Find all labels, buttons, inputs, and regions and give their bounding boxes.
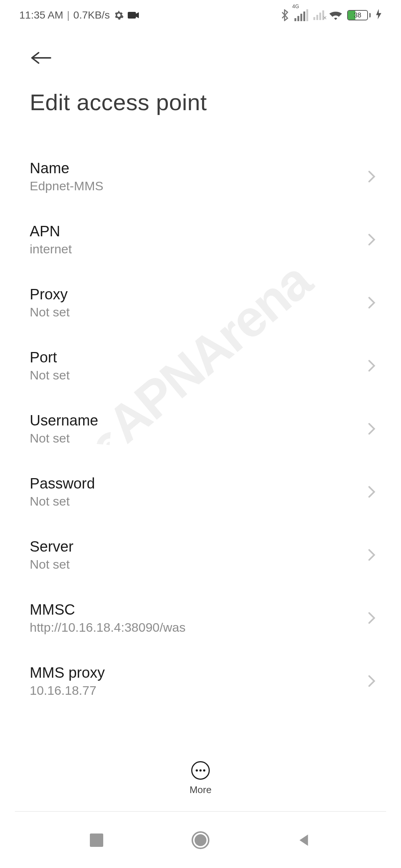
- chevron-right-icon: [368, 486, 379, 497]
- setting-value: Edpnet-MMS: [30, 179, 103, 193]
- setting-value: Not set: [30, 431, 98, 445]
- setting-row-proxy[interactable]: Proxy Not set: [0, 271, 401, 334]
- chevron-right-icon: [368, 360, 379, 371]
- status-data-rate: 0.7KB/s: [74, 9, 110, 21]
- chevron-right-icon: [368, 612, 379, 624]
- setting-row-mmsc[interactable]: MMSC http://10.16.18.4:38090/was: [0, 586, 401, 650]
- page-title: Edit access point: [0, 69, 401, 126]
- setting-value: 10.16.18.77: [30, 683, 105, 698]
- setting-value: http://10.16.18.4:38090/was: [30, 620, 186, 635]
- more-icon: [191, 761, 210, 780]
- wifi-icon: [329, 10, 342, 20]
- nav-home-button[interactable]: [191, 831, 210, 849]
- setting-value: Not set: [30, 494, 95, 509]
- setting-row-username[interactable]: Username Not set: [0, 397, 401, 460]
- setting-row-password[interactable]: Password Not set: [0, 460, 401, 523]
- settings-list: Name Edpnet-MMS APN internet Proxy Not s…: [0, 126, 401, 713]
- setting-label: MMSC: [30, 601, 186, 618]
- status-time: 11:35 AM: [19, 9, 63, 21]
- setting-label: APN: [30, 223, 72, 240]
- back-button[interactable]: [30, 47, 52, 69]
- setting-label: Name: [30, 160, 103, 177]
- chevron-right-icon: [368, 675, 379, 687]
- status-bar: 11:35 AM | 0.7KB/s 4G ✕: [0, 0, 401, 26]
- setting-value: Not set: [30, 368, 70, 382]
- chevron-right-icon: [368, 171, 379, 182]
- signal-secondary-icon: ✕: [313, 10, 324, 20]
- chevron-right-icon: [368, 549, 379, 560]
- setting-label: Server: [30, 538, 74, 555]
- nav-back-button[interactable]: [295, 831, 314, 849]
- setting-row-apn[interactable]: APN internet: [0, 208, 401, 271]
- svg-rect-0: [128, 12, 136, 19]
- setting-value: Not set: [30, 557, 74, 572]
- setting-label: MMS proxy: [30, 664, 105, 681]
- chevron-right-icon: [368, 297, 379, 308]
- signal-4g-icon: 4G: [294, 9, 308, 21]
- more-label: More: [189, 784, 211, 796]
- setting-value: internet: [30, 242, 72, 256]
- chevron-right-icon: [368, 234, 379, 245]
- setting-label: Proxy: [30, 286, 70, 303]
- setting-value: Not set: [30, 305, 70, 319]
- setting-label: Password: [30, 475, 95, 492]
- setting-row-name[interactable]: Name Edpnet-MMS: [0, 145, 401, 208]
- gear-icon: [114, 10, 124, 20]
- nav-recents-button[interactable]: [87, 831, 106, 849]
- bluetooth-icon: [281, 9, 289, 21]
- setting-label: Username: [30, 412, 98, 429]
- setting-row-mms-proxy[interactable]: MMS proxy 10.16.18.77: [0, 650, 401, 713]
- more-button[interactable]: More: [0, 754, 401, 796]
- charging-icon: [376, 9, 382, 22]
- battery-icon: 38: [347, 10, 371, 20]
- navigation-bar: [0, 812, 401, 868]
- setting-row-server[interactable]: Server Not set: [0, 523, 401, 586]
- chevron-right-icon: [368, 423, 379, 434]
- setting-label: Port: [30, 349, 70, 366]
- setting-row-port[interactable]: Port Not set: [0, 334, 401, 397]
- camera-icon: [128, 11, 140, 19]
